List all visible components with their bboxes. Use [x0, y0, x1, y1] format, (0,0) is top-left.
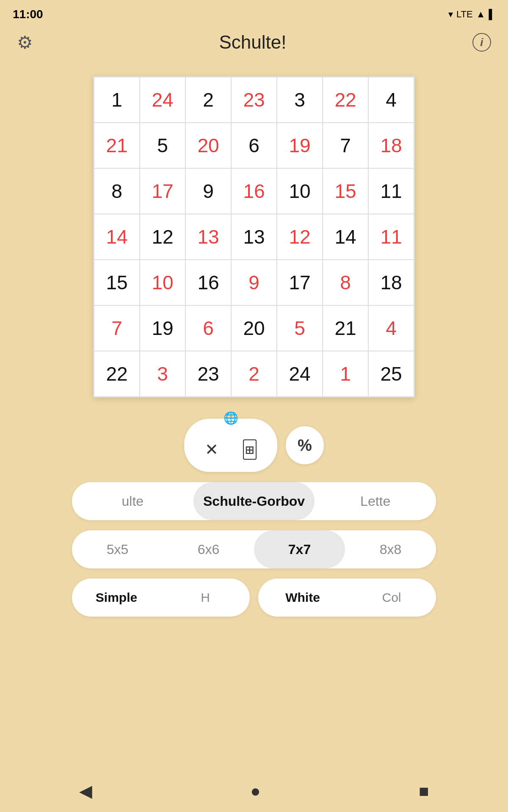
- percent-label: %: [298, 436, 312, 455]
- style-h[interactable]: H: [161, 579, 250, 617]
- color-white[interactable]: White: [258, 579, 347, 617]
- grid-cell-14[interactable]: 8: [94, 168, 140, 214]
- grid-cell-23[interactable]: 13: [185, 214, 231, 260]
- grid-cell-27[interactable]: 11: [368, 214, 414, 260]
- globe-icon: 🌐: [224, 411, 238, 425]
- grid-cell-26[interactable]: 14: [323, 214, 368, 260]
- size-label-0: 5x5: [107, 542, 129, 557]
- status-time: 11:00: [13, 8, 43, 21]
- color-selector[interactable]: White Col: [258, 579, 436, 617]
- grid-cell-31[interactable]: 9: [231, 260, 277, 305]
- grid-cell-15[interactable]: 17: [140, 168, 185, 214]
- info-icon[interactable]: i: [472, 33, 491, 52]
- cross-icon: ✕: [205, 440, 218, 459]
- grid-cell-44[interactable]: 23: [185, 351, 231, 397]
- grid-cell-21[interactable]: 14: [94, 214, 140, 260]
- battery-icon: ▌: [489, 9, 495, 20]
- grid-cell-35[interactable]: 7: [94, 305, 140, 351]
- size-7x7[interactable]: 7x7: [254, 530, 345, 568]
- grid-cell-6[interactable]: 4: [368, 77, 414, 123]
- percent-button[interactable]: %: [286, 426, 324, 464]
- grid-cell-40[interactable]: 21: [323, 305, 368, 351]
- grid-cell-5[interactable]: 22: [323, 77, 368, 123]
- grid-cell-19[interactable]: 15: [323, 168, 368, 214]
- grid-cell-9[interactable]: 20: [185, 123, 231, 168]
- option-rows: Simple H White Col: [72, 579, 436, 617]
- grid-cell-45[interactable]: 2: [231, 351, 277, 397]
- size-label-3: 8x8: [380, 542, 402, 557]
- grid-cell-18[interactable]: 10: [277, 168, 323, 214]
- grid-cell-43[interactable]: 3: [140, 351, 185, 397]
- size-8x8[interactable]: 8x8: [345, 530, 436, 568]
- color-label-col: Col: [382, 590, 401, 605]
- size-5x5[interactable]: 5x5: [72, 530, 163, 568]
- style-selector[interactable]: Simple H: [72, 579, 250, 617]
- signal-icon: ▲: [476, 9, 486, 20]
- status-icons: ▾ LTE ▲ ▌: [448, 9, 495, 20]
- mode-selector[interactable]: ulte Schulte-Gorbov Lette: [72, 482, 436, 520]
- grid-cell-39[interactable]: 5: [277, 305, 323, 351]
- size-selector[interactable]: 5x5 6x6 7x7 8x8: [72, 530, 436, 568]
- size-label-1: 6x6: [198, 542, 220, 557]
- gear-icon[interactable]: ⚙: [17, 32, 33, 53]
- mode-item-letters[interactable]: Lette: [315, 482, 436, 520]
- grid-cell-36[interactable]: 19: [140, 305, 185, 351]
- recent-button[interactable]: ■: [419, 782, 429, 801]
- grid-cell-34[interactable]: 18: [368, 260, 414, 305]
- cross-button[interactable]: ✕: [197, 435, 226, 464]
- grid-cell-12[interactable]: 7: [323, 123, 368, 168]
- grid-cell-47[interactable]: 1: [323, 351, 368, 397]
- status-bar: 11:00 ▾ LTE ▲ ▌: [0, 0, 508, 25]
- grid-cell-25[interactable]: 12: [277, 214, 323, 260]
- home-button[interactable]: ●: [250, 782, 260, 801]
- grid-cell-2[interactable]: 2: [185, 77, 231, 123]
- grid-cell-0[interactable]: 1: [94, 77, 140, 123]
- grid-cell-42[interactable]: 22: [94, 351, 140, 397]
- mode-buttons-row: 🌐 ✕ ⊞ %: [17, 419, 491, 472]
- style-simple[interactable]: Simple: [72, 579, 161, 617]
- grid-cell-16[interactable]: 9: [185, 168, 231, 214]
- grid-cell-46[interactable]: 24: [277, 351, 323, 397]
- grid-cell-10[interactable]: 6: [231, 123, 277, 168]
- info-label: i: [480, 36, 483, 49]
- mode-label-0: ulte: [122, 494, 144, 509]
- back-button[interactable]: ◀: [79, 781, 92, 801]
- qr-icon: ⊞: [243, 439, 257, 460]
- grid-cell-38[interactable]: 20: [231, 305, 277, 351]
- grid-cell-20[interactable]: 11: [368, 168, 414, 214]
- style-label-simple: Simple: [96, 590, 137, 605]
- grid-cell-3[interactable]: 23: [231, 77, 277, 123]
- nav-bar: ◀ ● ■: [0, 770, 508, 812]
- color-col[interactable]: Col: [347, 579, 436, 617]
- grid-cell-7[interactable]: 21: [94, 123, 140, 168]
- size-label-2: 7x7: [288, 542, 311, 557]
- grid-cell-41[interactable]: 4: [368, 305, 414, 351]
- mode-label-2: Lette: [360, 494, 390, 509]
- grid-cell-30[interactable]: 16: [185, 260, 231, 305]
- app-title: Schulte!: [219, 32, 287, 53]
- grid-cell-33[interactable]: 8: [323, 260, 368, 305]
- schulte-grid[interactable]: 1242233224215206197188179161015111412131…: [93, 76, 415, 398]
- mode-pill[interactable]: 🌐 ✕ ⊞: [184, 419, 277, 472]
- grid-wrapper: 1242233224215206197188179161015111412131…: [0, 59, 508, 406]
- grid-cell-17[interactable]: 16: [231, 168, 277, 214]
- grid-cell-37[interactable]: 6: [185, 305, 231, 351]
- grid-cell-22[interactable]: 12: [140, 214, 185, 260]
- size-6x6[interactable]: 6x6: [163, 530, 254, 568]
- grid-cell-11[interactable]: 19: [277, 123, 323, 168]
- grid-cell-28[interactable]: 15: [94, 260, 140, 305]
- grid-cell-29[interactable]: 10: [140, 260, 185, 305]
- lte-label: LTE: [456, 9, 473, 20]
- controls-area: 🌐 ✕ ⊞ % ulte Schulte-Gorbov Lette 5x5 6: [0, 406, 508, 629]
- grid-cell-13[interactable]: 18: [368, 123, 414, 168]
- mode-item-schulte[interactable]: ulte: [72, 482, 193, 520]
- grid-cell-32[interactable]: 17: [277, 260, 323, 305]
- qr-button[interactable]: ⊞: [235, 435, 265, 464]
- grid-cell-24[interactable]: 13: [231, 214, 277, 260]
- grid-cell-4[interactable]: 3: [277, 77, 323, 123]
- grid-cell-8[interactable]: 5: [140, 123, 185, 168]
- mode-item-gorbov[interactable]: Schulte-Gorbov: [193, 482, 315, 520]
- grid-cell-48[interactable]: 25: [368, 351, 414, 397]
- grid-cell-1[interactable]: 24: [140, 77, 185, 123]
- top-bar: ⚙ Schulte! i: [0, 25, 508, 59]
